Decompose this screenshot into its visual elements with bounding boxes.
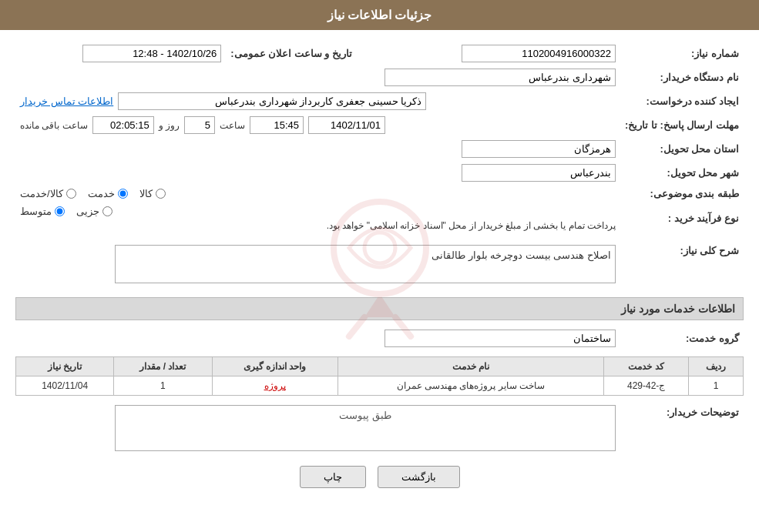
purchase-type-juz-i[interactable]: جزیی xyxy=(76,206,113,217)
service-group-cell xyxy=(15,326,620,350)
need-desc-text: اصلاح هندسی بیست دوچرخه بلوار طالقانی xyxy=(432,249,611,261)
need-number-label: شماره نیاز: xyxy=(620,42,744,65)
table-cell-name: ساخت سایر پروژه‌های مهندسی عمران xyxy=(338,376,604,396)
category-label: طبقه بندی موضوعی: xyxy=(620,185,744,202)
need-number-input[interactable] xyxy=(462,45,616,62)
col-date: تاریخ نیاز xyxy=(16,357,114,376)
table-cell-date: 1402/11/04 xyxy=(16,376,114,396)
purchase-type-mutawassit[interactable]: متوسط xyxy=(20,206,65,217)
purchase-notice: پرداخت تمام یا بخشی از مبلغ خریدار از مح… xyxy=(20,220,616,231)
buyer-notes-cell: طبق پیوست xyxy=(15,402,620,454)
city-label: شهر محل تحویل: xyxy=(620,161,744,185)
announce-date-input[interactable] xyxy=(82,45,221,62)
table-cell-row: 1 xyxy=(688,376,743,396)
purchase-type-cell: متوسط جزیی پرداخت تمام یا بخشی از مبلغ خ… xyxy=(15,202,620,234)
response-time-label: ساعت xyxy=(220,120,245,131)
purchase-type-juz-i-label: جزیی xyxy=(76,206,99,217)
category-kala-khidmat[interactable]: کالا/خدمت xyxy=(20,188,76,199)
requester-label: ایجاد کننده درخواست: xyxy=(620,89,744,113)
print-button[interactable]: چاپ xyxy=(300,466,366,488)
service-group-table: گروه خدمت: xyxy=(15,326,744,350)
buyer-notes-table: توضیحات خریدار: طبق پیوست xyxy=(15,402,744,454)
col-unit: واحد اندازه گیری xyxy=(212,357,338,376)
buyer-org-cell xyxy=(15,65,620,89)
services-section-title: اطلاعات خدمات مورد نیاز xyxy=(15,297,744,320)
category-kala-khidmat-radio[interactable] xyxy=(66,189,76,199)
contact-link[interactable]: اطلاعات تماس خریدار xyxy=(20,95,113,107)
province-cell xyxy=(15,137,620,161)
need-desc-label: شرح کلی نیاز: xyxy=(620,240,744,288)
province-label: استان محل تحویل: xyxy=(620,137,744,161)
days-input[interactable] xyxy=(184,116,215,134)
remaining-label: ساعت باقی مانده xyxy=(20,120,88,131)
col-row: ردیف xyxy=(688,357,743,376)
table-row: 1ج-42-429ساخت سایر پروژه‌های مهندسی عمرا… xyxy=(16,376,744,396)
attachment-label: طبق پیوست xyxy=(119,410,611,421)
col-quantity: تعداد / مقدار xyxy=(114,357,212,376)
table-cell-quantity: 1 xyxy=(114,376,212,396)
table-cell-unit: پروژه xyxy=(212,376,338,396)
category-kala-radio[interactable] xyxy=(156,189,166,199)
purchase-type-label: نوع فرآیند خرید : xyxy=(620,202,744,234)
announce-date-label: تاریخ و ساعت اعلان عمومی: xyxy=(226,42,357,65)
need-desc-table: شرح کلی نیاز: اصلاح هندسی بیست دوچرخه بل… xyxy=(15,240,744,288)
service-group-input[interactable] xyxy=(385,330,616,347)
back-button[interactable]: بازگشت xyxy=(378,466,460,488)
announce-date-cell xyxy=(15,42,226,65)
category-khidmat-radio[interactable] xyxy=(118,189,128,199)
page-wrapper: جزئیات اطلاعات نیاز شماره نیاز: تا xyxy=(0,0,759,532)
city-input[interactable] xyxy=(462,164,616,182)
city-cell xyxy=(15,161,620,185)
purchase-type-juz-i-radio[interactable] xyxy=(102,206,113,216)
need-desc-cell: اصلاح هندسی بیست دوچرخه بلوار طالقانی xyxy=(15,240,620,288)
remaining-input[interactable] xyxy=(92,116,154,134)
response-date-cell: ساعت باقی مانده روز و ساعت xyxy=(15,113,620,137)
services-table: ردیف کد خدمت نام خدمت واحد اندازه گیری ت… xyxy=(15,356,744,396)
buyer-notes-label: توضیحات خریدار: xyxy=(620,402,744,454)
main-form-table: شماره نیاز: تاریخ و ساعت اعلان عمومی: نا… xyxy=(15,42,744,234)
purchase-type-mutawassit-radio[interactable] xyxy=(55,206,65,216)
col-code: کد خدمت xyxy=(604,357,689,376)
col-name: نام خدمت xyxy=(338,357,604,376)
days-label: روز و xyxy=(159,120,180,131)
category-khidmat-label: خدمت xyxy=(88,188,115,199)
requester-input[interactable] xyxy=(118,92,426,110)
category-kala-label: کالا xyxy=(139,188,153,199)
category-cell: کالا/خدمت خدمت کالا xyxy=(15,185,620,202)
main-content: شماره نیاز: تاریخ و ساعت اعلان عمومی: نا… xyxy=(0,30,759,507)
button-row: بازگشت چاپ xyxy=(15,466,744,488)
purchase-type-mutawassit-label: متوسط xyxy=(20,206,52,217)
buyer-org-input[interactable] xyxy=(385,69,616,86)
page-title: جزئیات اطلاعات نیاز xyxy=(0,0,759,30)
need-number-cell xyxy=(388,42,620,65)
response-date-input[interactable] xyxy=(308,116,385,134)
requester-cell: اطلاعات تماس خریدار xyxy=(15,89,620,113)
response-date-label: مهلت ارسال پاسخ: تا تاریخ: xyxy=(620,113,744,137)
service-group-label: گروه خدمت: xyxy=(620,326,744,350)
province-input[interactable] xyxy=(462,140,616,158)
table-cell-code: ج-42-429 xyxy=(604,376,689,396)
response-time-input[interactable] xyxy=(250,116,304,134)
buyer-org-label: نام دستگاه خریدار: xyxy=(620,65,744,89)
category-khidmat[interactable]: خدمت xyxy=(88,188,128,199)
category-kala[interactable]: کالا xyxy=(139,188,166,199)
category-kala-khidmat-label: کالا/خدمت xyxy=(20,188,63,199)
